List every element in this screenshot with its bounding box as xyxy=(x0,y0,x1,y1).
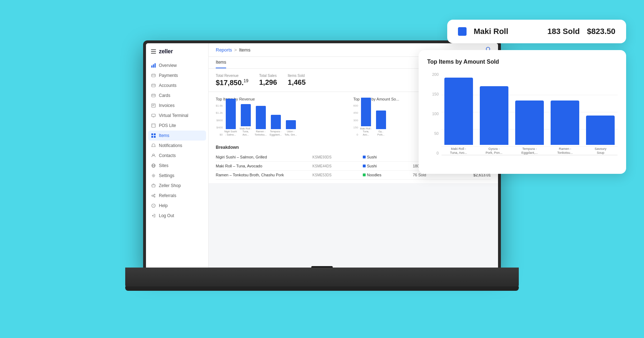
sidebar-item-label: Overview xyxy=(159,63,177,68)
sidebar-item-referrals[interactable]: Referrals xyxy=(146,191,208,201)
sidebar-item-label: Log Out xyxy=(159,213,174,218)
sidebar: zeller Overview Payments xyxy=(146,43,209,269)
total-sales-label: Total Sales xyxy=(259,74,277,78)
sidebar-item-label: Cards xyxy=(159,93,170,98)
big-bar-group-4: Ramen -Tonkotsu... xyxy=(548,101,582,155)
tooltip-card: Maki Roll 183 Sold $823.50 xyxy=(447,20,626,43)
revenue-bar-chart: Nigiri Sushi - Salmo... Maki Roll - Tuna… xyxy=(224,104,297,136)
total-sales-value: 1,296 xyxy=(259,78,277,87)
bar-group-4: Tempura - Eggplant... xyxy=(269,115,282,136)
row-sku: KSME44DS xyxy=(312,164,359,168)
settings-icon xyxy=(151,173,156,178)
big-bar-2 xyxy=(480,86,508,145)
sidebar-item-label: Contacts xyxy=(159,153,176,158)
payments-icon xyxy=(151,73,156,78)
big-bar-group-3: Tempura -Eggplant,... xyxy=(512,101,546,155)
sidebar-item-items[interactable]: Items xyxy=(148,131,206,141)
sidebar-item-cards[interactable]: Cards xyxy=(146,90,208,101)
big-bar-4 xyxy=(551,101,579,145)
svg-point-28 xyxy=(154,194,155,195)
row-name: Nigiri Sushi – Salmon, Grilled xyxy=(216,155,309,159)
sidebar-item-zeller-shop[interactable]: Zeller Shop xyxy=(146,181,208,191)
category-dot xyxy=(363,156,366,158)
row-category: Noodles xyxy=(363,173,409,177)
laptop-base xyxy=(125,268,519,287)
svg-rect-12 xyxy=(152,114,155,117)
revenue-bar-2 xyxy=(241,104,251,126)
sidebar-item-label: Referrals xyxy=(159,193,176,198)
big-bar-group-1: Maki Roll -Tuna, Avo... xyxy=(441,78,475,155)
tooltip-name: Maki Roll xyxy=(474,27,540,36)
svg-rect-14 xyxy=(152,124,155,127)
revenue-bar-3 xyxy=(256,106,266,129)
sidebar-item-pos-lite[interactable]: POS Lite xyxy=(146,121,208,131)
svg-line-30 xyxy=(153,195,154,195)
bar-group-2: Maki Roll - Tuna, Avo... xyxy=(239,104,252,136)
sold-bar-group-2: Gy... Pork... xyxy=(375,111,387,136)
category-dot xyxy=(363,165,366,167)
sidebar-item-logout[interactable]: Log Out xyxy=(146,211,208,221)
breadcrumb: Reports > Items xyxy=(216,47,250,53)
contacts-icon xyxy=(151,153,156,158)
big-chart-card: Top Items by Amount Sold 200 150 100 50 … xyxy=(419,50,626,174)
sidebar-item-accounts[interactable]: Accounts xyxy=(146,80,208,90)
total-revenue-value: $17,850.19 xyxy=(216,78,248,87)
big-bar-group-5: SavourySoup xyxy=(584,116,618,155)
revenue-bar-4 xyxy=(271,115,281,129)
sidebar-item-contacts[interactable]: Contacts xyxy=(146,151,208,161)
notifications-icon xyxy=(151,143,156,148)
sidebar-item-label: Settings xyxy=(159,173,174,178)
hamburger-icon[interactable] xyxy=(151,49,156,54)
bar-group-1: Nigiri Sushi - Salmo... xyxy=(224,99,237,136)
sold-bar-group-1: Maki Roll - Tuna, Avo... xyxy=(360,98,372,136)
svg-rect-1 xyxy=(153,64,154,68)
breadcrumb-parent[interactable]: Reports xyxy=(216,47,232,53)
chart-icon xyxy=(151,63,156,68)
sold-y-axis: 600 450 300 150 0 xyxy=(353,104,358,136)
sidebar-item-payments[interactable]: Payments xyxy=(146,70,208,80)
metric-total-revenue: Total Revenue $17,850.19 xyxy=(216,74,248,87)
tab-items[interactable]: Items xyxy=(216,57,226,68)
big-chart-bars: Maki Roll -Tuna, Avo... Gyoza -Pork, Pon… xyxy=(441,72,618,155)
sidebar-item-sites[interactable]: Sites xyxy=(146,161,208,171)
svg-rect-7 xyxy=(152,94,155,97)
breadcrumb-separator: > xyxy=(234,47,237,53)
sidebar-item-overview[interactable]: Overview xyxy=(146,60,208,70)
sidebar-item-label: Payments xyxy=(159,73,178,78)
sidebar-item-settings[interactable]: Settings xyxy=(146,171,208,181)
svg-point-27 xyxy=(152,195,153,196)
sidebar-item-label: Help xyxy=(159,203,168,208)
x-axis-line xyxy=(441,155,618,155)
sidebar-item-label: Items xyxy=(159,133,169,138)
revenue-bar-1 xyxy=(226,99,236,129)
cards-icon xyxy=(151,93,156,98)
sold-bar-1 xyxy=(361,98,371,126)
big-bar-group-2: Gyoza -Pork, Pon... xyxy=(477,86,511,155)
laptop-foot xyxy=(125,286,519,291)
sidebar-item-invoices[interactable]: Invoices xyxy=(146,101,208,111)
sold-bar-chart: Maki Roll - Tuna, Avo... Gy... Pork... xyxy=(360,104,387,136)
big-chart-y-axis: 200 150 100 50 0 xyxy=(427,72,439,155)
sidebar-item-label: POS Lite xyxy=(159,123,176,128)
sites-icon xyxy=(151,163,156,168)
revenue-y-axis: $1.6k $1.2k $800 $400 $0 xyxy=(216,104,223,136)
breadcrumb-current: Items xyxy=(239,47,250,53)
shop-icon xyxy=(151,183,156,188)
row-name: Ramen – Tonkotsu Broth, Chashu Pork xyxy=(216,173,309,177)
pos-icon xyxy=(151,123,156,128)
sidebar-item-label: Sites xyxy=(159,163,169,168)
sidebar-item-help[interactable]: ? Help xyxy=(146,201,208,211)
bar-group-5: Udon - Tofu, Gre... xyxy=(284,120,297,136)
row-category: Sushi xyxy=(363,164,409,168)
svg-point-26 xyxy=(153,175,154,176)
bar-group-3: Ramen - Tonkotsu... xyxy=(254,106,267,136)
svg-rect-0 xyxy=(151,65,152,68)
svg-rect-20 xyxy=(154,136,156,138)
sidebar-item-label: Zeller Shop xyxy=(159,183,181,188)
big-chart-container: 200 150 100 50 0 Maki Roll -Tuna, Avo...… xyxy=(427,72,618,165)
sidebar-item-label: Virtual Terminal xyxy=(159,113,188,118)
sidebar-item-virtual-terminal[interactable]: Virtual Terminal xyxy=(146,111,208,121)
sidebar-item-notifications[interactable]: Notifications xyxy=(146,141,208,151)
svg-text:?: ? xyxy=(153,205,154,207)
svg-rect-3 xyxy=(152,74,155,77)
